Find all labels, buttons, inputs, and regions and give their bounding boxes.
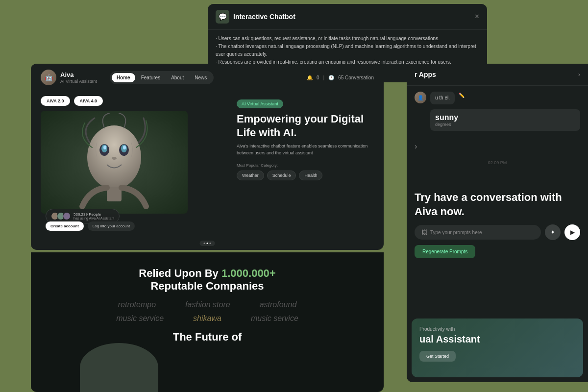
collapsed-section: › bbox=[407, 135, 588, 158]
nav-logo: 🤖 Aiva AI Virtual Assistant bbox=[41, 70, 97, 85]
scroll-indicator bbox=[200, 241, 215, 246]
chevron-icon[interactable]: › bbox=[415, 142, 417, 151]
hero-description: Aiva's interactive chatbot feature enabl… bbox=[237, 143, 374, 156]
time-label: 02:09 PM bbox=[415, 160, 580, 165]
chatbot-bullet-2: · The chatbot leverages natural language… bbox=[216, 43, 479, 58]
company-music1: music service bbox=[116, 314, 164, 323]
svg-point-7 bbox=[112, 157, 117, 160]
history-icon: 🕐 bbox=[328, 75, 334, 80]
scroll-dot-1 bbox=[204, 243, 205, 244]
category-label: Most Popular Category: bbox=[237, 163, 374, 168]
notification-count: 0 bbox=[317, 75, 319, 80]
company-retrotempo: retrotempo bbox=[118, 300, 156, 309]
company-fashion: fashion store bbox=[185, 300, 230, 309]
user-avatars bbox=[51, 212, 71, 220]
nav-about[interactable]: About bbox=[166, 73, 189, 82]
big-prompt-section: Try have a conversation with Aiva now. 🖼… bbox=[407, 184, 588, 263]
nav-features[interactable]: Features bbox=[136, 73, 165, 82]
create-account-button[interactable]: Create account bbox=[46, 221, 84, 231]
chatbot-icon: 💬 bbox=[216, 10, 229, 24]
scroll-dot-2 bbox=[207, 243, 208, 244]
get-started-button[interactable]: Get Started bbox=[419, 351, 456, 362]
apps-section: r Apps › bbox=[407, 64, 588, 86]
company-music2: music service bbox=[251, 314, 298, 323]
robot-svg bbox=[75, 113, 153, 211]
action-buttons: Create account Log into your account bbox=[46, 221, 135, 231]
hero-right: AI Virtual Assistant Empowering your Dig… bbox=[237, 96, 374, 233]
category-tags: Weather Schedule Health bbox=[237, 171, 374, 180]
edit-icon: ✏️ bbox=[459, 93, 465, 98]
productivity-card: Productivity with ual Assistant Get Star… bbox=[412, 318, 583, 377]
nav-news[interactable]: News bbox=[190, 73, 212, 82]
weather-card: sunny degrees bbox=[430, 109, 580, 131]
bottom-section: Relied Upon By 1.000.000+ Reputable Comp… bbox=[31, 252, 384, 392]
chatbot-title: Interactive Chatbot bbox=[233, 13, 471, 21]
user-avatar-3 bbox=[63, 212, 71, 220]
chevron-down-icon[interactable]: › bbox=[578, 71, 580, 78]
hero-badges: AIVA 2.0 AIVA 4.0 bbox=[41, 96, 227, 106]
category-schedule[interactable]: Schedule bbox=[267, 171, 296, 180]
hero-section: AIVA 2.0 AIVA 4.0 bbox=[31, 91, 384, 238]
badge-v2[interactable]: AIVA 2.0 bbox=[41, 96, 70, 106]
productivity-title: ual Assistant bbox=[419, 334, 575, 345]
svg-point-5 bbox=[103, 146, 106, 149]
bell-icon: 🔔 bbox=[307, 75, 313, 80]
logo-subtitle: AI Virtual Assistant bbox=[60, 79, 97, 84]
close-icon[interactable]: × bbox=[475, 12, 479, 21]
prompt-input-field[interactable]: 🖼 Type your prompts here bbox=[415, 225, 541, 240]
logo-avatar: 🤖 bbox=[41, 70, 56, 85]
chatbot-header: 💬 Interactive Chatbot × bbox=[208, 4, 487, 30]
navbar: 🤖 Aiva AI Virtual Assistant Home Feature… bbox=[31, 64, 384, 91]
chatbot-bullet-1: · Users can ask questions, request assis… bbox=[216, 35, 479, 43]
apps-title: r Apps bbox=[415, 71, 436, 78]
category-health[interactable]: Health bbox=[299, 171, 322, 180]
weather-label: degrees bbox=[435, 122, 575, 127]
nav-links: Home Features About News bbox=[110, 71, 214, 84]
conv-item-1: 👤 u th el. ✏️ bbox=[415, 92, 580, 104]
login-button[interactable]: Log into your account bbox=[88, 221, 135, 231]
user-avatar-conv: 👤 bbox=[415, 92, 426, 103]
company-row-2: music service shikawa music service bbox=[31, 314, 384, 323]
future-title: The Future of bbox=[31, 331, 384, 343]
user-count-label: has using Aiva AI Assistant bbox=[74, 217, 114, 220]
conversation-count: 65 Conversation bbox=[338, 75, 374, 80]
svg-point-6 bbox=[123, 146, 126, 149]
image-icon: 🖼 bbox=[421, 229, 427, 236]
scroll-dot-3 bbox=[210, 243, 211, 244]
big-prompt-title: Try have a conversation with Aiva now. bbox=[415, 191, 580, 219]
right-panel: r Apps › 👤 u th el. ✏️ sunny degrees › 0… bbox=[407, 64, 588, 382]
hero-tag: AI Virtual Assistant bbox=[237, 99, 283, 108]
hero-title: Empowering your Digital Life with AI. bbox=[237, 112, 374, 139]
user-count: 536.239 People bbox=[74, 212, 114, 217]
regenerate-button[interactable]: Regenerate Prompts bbox=[415, 245, 475, 258]
logo-name: Aiva bbox=[60, 71, 97, 79]
prompt-input-row: 🖼 Type your prompts here ✦ ▶ bbox=[415, 224, 580, 240]
decorative-blob bbox=[80, 343, 158, 392]
company-row-1: retrotempo fashion store astrofound bbox=[31, 300, 384, 309]
relied-number: 1.000.000+ bbox=[221, 267, 276, 279]
prompt-placeholder: Type your prompts here bbox=[430, 230, 534, 235]
productivity-label: Productivity with bbox=[419, 326, 575, 332]
category-weather[interactable]: Weather bbox=[237, 171, 264, 180]
play-button[interactable]: ▶ bbox=[564, 224, 580, 240]
company-astrofound: astrofound bbox=[260, 300, 297, 309]
conversation-area: 👤 u th el. ✏️ sunny degrees › 02:09 PM bbox=[407, 86, 588, 184]
relied-text: Relied Upon By bbox=[139, 267, 219, 279]
sparkle-button[interactable]: ✦ bbox=[545, 224, 561, 240]
nav-actions: 🔔 0 | 🕐 65 Conversation bbox=[307, 75, 374, 80]
weather-temp: sunny bbox=[435, 113, 575, 122]
hero-left: AIVA 2.0 AIVA 4.0 bbox=[41, 96, 227, 233]
nav-home[interactable]: Home bbox=[112, 73, 135, 82]
relied-title: Relied Upon By 1.000.000+ Reputable Comp… bbox=[31, 252, 384, 300]
robot-image bbox=[41, 111, 188, 214]
user-message: u th el. bbox=[430, 92, 455, 104]
company-shikawa: shikawa bbox=[193, 314, 221, 323]
relied-sub: Reputable Companies bbox=[150, 280, 264, 292]
website-mockup: 🤖 Aiva AI Virtual Assistant Home Feature… bbox=[31, 64, 384, 250]
badge-v4[interactable]: AIVA 4.0 bbox=[74, 96, 103, 106]
